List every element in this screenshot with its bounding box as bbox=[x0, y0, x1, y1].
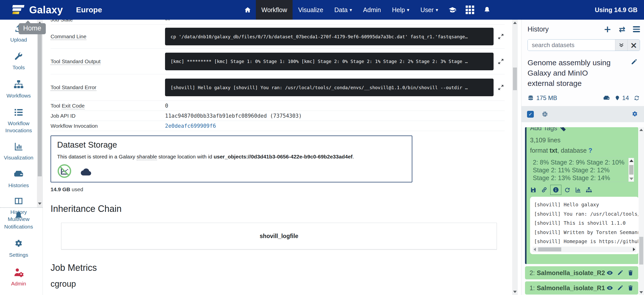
scrollbar-thumb[interactable] bbox=[629, 165, 633, 175]
main-scrollbar[interactable] bbox=[512, 20, 518, 295]
history-list-scrollbar[interactable] bbox=[639, 127, 644, 295]
sidebar-item-workflow-invocations[interactable]: Workflow Invocations bbox=[0, 107, 37, 134]
dataset-log-preview: [shovill] Hello galaxy [shovill] You ran… bbox=[530, 197, 638, 254]
new-history-button[interactable]: + bbox=[604, 25, 611, 33]
database-edit-link[interactable]: ? bbox=[588, 147, 592, 154]
command-line-code[interactable]: cp '/data/dnb10/galaxy_db/files/0/7/b/da… bbox=[165, 28, 494, 45]
expand-icon[interactable] bbox=[494, 33, 505, 40]
scroll-down-arrow[interactable] bbox=[38, 203, 42, 205]
scroll-down-arrow[interactable] bbox=[639, 291, 643, 293]
search-input[interactable] bbox=[528, 40, 615, 51]
shown-items-marker-icon[interactable] bbox=[615, 95, 620, 101]
sidebar-item-admin[interactable]: Admin bbox=[0, 267, 37, 287]
sidebar-divider bbox=[0, 207, 43, 208]
history-size-icon[interactable] bbox=[528, 95, 534, 101]
related-items-sitemap-icon[interactable] bbox=[586, 187, 592, 193]
tool-stdout-code[interactable]: [kmc] ********* [kmc] Stage 1: 0% Stage … bbox=[165, 53, 494, 70]
nav-workflow[interactable]: Workflow bbox=[256, 0, 293, 20]
scrollbar-thumb[interactable] bbox=[38, 31, 42, 176]
rerun-job-icon[interactable] bbox=[564, 187, 571, 193]
exit-code-row: Tool Exit Code 0 bbox=[51, 101, 505, 111]
collapse-items-icon[interactable] bbox=[541, 111, 548, 118]
log-horizontal-scrollbar[interactable] bbox=[533, 247, 636, 252]
home-tooltip: Home bbox=[19, 23, 46, 34]
sidebar-item-settings[interactable]: Settings bbox=[0, 239, 37, 258]
dataset-search-group: × bbox=[528, 39, 640, 51]
nav-data[interactable]: Data▾ bbox=[329, 0, 357, 20]
edit-history-name-icon[interactable] bbox=[631, 58, 637, 65]
delete-trash-icon[interactable] bbox=[627, 270, 634, 276]
sharable-term[interactable]: sharable bbox=[137, 154, 157, 160]
select-all-checkbox[interactable]: ✓ bbox=[527, 111, 534, 118]
storage-id: user_objects://0d3d41b3-0656-422e-b9c0-6… bbox=[214, 154, 352, 159]
delete-trash-icon[interactable] bbox=[627, 285, 634, 291]
dataset-card-expanded[interactable]: Add Tags 3,109 lines format txt, databas… bbox=[525, 127, 638, 264]
sidebar-item-histories[interactable]: Histories bbox=[0, 169, 37, 189]
nav-admin[interactable]: Admin bbox=[357, 0, 386, 20]
dataset-name: Salmonella_isolate_R1 bbox=[537, 284, 605, 292]
nav-help[interactable]: Help▾ bbox=[386, 0, 415, 20]
scrollbar-thumb[interactable] bbox=[538, 247, 561, 251]
dataset-details-info-icon[interactable] bbox=[552, 186, 559, 193]
workflow-invocation-label: Workflow Invocation bbox=[51, 123, 165, 129]
nav-user[interactable]: User▾ bbox=[415, 0, 444, 20]
training-icon[interactable] bbox=[444, 0, 461, 20]
history-preferences-gear-icon[interactable] bbox=[631, 111, 638, 118]
tag-icon bbox=[560, 127, 566, 132]
refresh-history-icon[interactable] bbox=[633, 95, 640, 101]
display-eye-icon[interactable] bbox=[607, 285, 613, 291]
nav-visualize[interactable]: Visualize bbox=[293, 0, 329, 20]
caret-down-icon: ▾ bbox=[350, 7, 352, 13]
history-options-button[interactable] bbox=[633, 26, 640, 32]
scrollbar-thumb[interactable] bbox=[513, 68, 517, 90]
sidebar-scrollbar[interactable] bbox=[37, 20, 43, 207]
columns-icon bbox=[14, 196, 24, 206]
hdd-icon bbox=[13, 169, 24, 179]
home-icon[interactable] bbox=[239, 0, 256, 20]
notifications-bell-icon[interactable] bbox=[479, 0, 495, 20]
quota-usage[interactable]: Using 14.9 GB bbox=[595, 0, 638, 20]
scroll-up-arrow[interactable] bbox=[513, 22, 517, 24]
sidebar-item-notifications[interactable]: Notifications bbox=[0, 211, 37, 230]
scrollbar-thumb[interactable] bbox=[639, 237, 643, 265]
storage-dashboard-icon[interactable] bbox=[603, 94, 610, 102]
visualize-dataset-icon[interactable] bbox=[575, 187, 581, 193]
edit-pencil-icon[interactable] bbox=[617, 285, 623, 291]
scroll-up-arrow[interactable] bbox=[629, 159, 633, 162]
workflow-invocation-link[interactable]: 2e0deafc699909f6 bbox=[165, 123, 505, 129]
galaxy-logo-icon bbox=[13, 4, 26, 16]
dataset-card-r1[interactable]: 1: Salmonella_isolate_R1 bbox=[525, 281, 638, 294]
history-size[interactable]: 175 MB bbox=[536, 94, 557, 102]
galaxy-logo[interactable]: Galaxy Europe bbox=[13, 4, 102, 16]
clear-search-button[interactable]: × bbox=[627, 40, 640, 51]
scroll-down-arrow[interactable] bbox=[629, 178, 633, 180]
edit-pencil-icon[interactable] bbox=[617, 270, 623, 276]
expand-icon[interactable] bbox=[494, 58, 505, 65]
scroll-up-arrow[interactable] bbox=[639, 129, 643, 131]
dataset-format-row: format txt, database ? bbox=[530, 147, 638, 154]
add-tags-control[interactable]: Add Tags bbox=[530, 127, 638, 132]
tool-stderr-code[interactable]: [shovill] Hello galaxy [shovill] You ran… bbox=[165, 79, 494, 96]
exchange-icon: ⇄ bbox=[619, 25, 625, 34]
inheritance-chain-node: shovill_logfile bbox=[61, 223, 497, 249]
sidebar-item-tools[interactable]: Tools bbox=[0, 51, 37, 71]
expand-icon[interactable] bbox=[494, 84, 505, 91]
history-name[interactable]: Genome assembly using Galaxy and MinIO e… bbox=[528, 57, 640, 88]
masthead: Galaxy Europe Workflow Visualize Data▾ A… bbox=[0, 0, 644, 20]
dataset-peek-text: 2: 8% Stage 2: 9% Stage 2: 10% Stage 2: … bbox=[530, 158, 628, 182]
cgroup-title: cgroup bbox=[51, 279, 505, 289]
plus-icon: + bbox=[604, 25, 611, 33]
sidebar-item-visualization[interactable]: Visualization bbox=[0, 142, 37, 161]
peek-scrollbar[interactable] bbox=[628, 158, 634, 182]
copy-link-icon[interactable] bbox=[541, 186, 548, 193]
switch-history-button[interactable]: ⇄ bbox=[619, 25, 625, 34]
apps-grid-icon[interactable] bbox=[461, 0, 479, 20]
scroll-left-arrow[interactable] bbox=[534, 248, 536, 251]
scroll-right-arrow[interactable] bbox=[633, 248, 635, 251]
scroll-down-arrow[interactable] bbox=[513, 291, 517, 293]
advanced-search-button[interactable] bbox=[615, 40, 627, 51]
save-dataset-icon[interactable] bbox=[530, 187, 537, 193]
sidebar-item-workflows[interactable]: Workflows bbox=[0, 79, 37, 99]
display-eye-icon[interactable] bbox=[607, 270, 613, 276]
dataset-card-r2[interactable]: 2: Salmonella_isolate_R2 bbox=[525, 266, 638, 279]
